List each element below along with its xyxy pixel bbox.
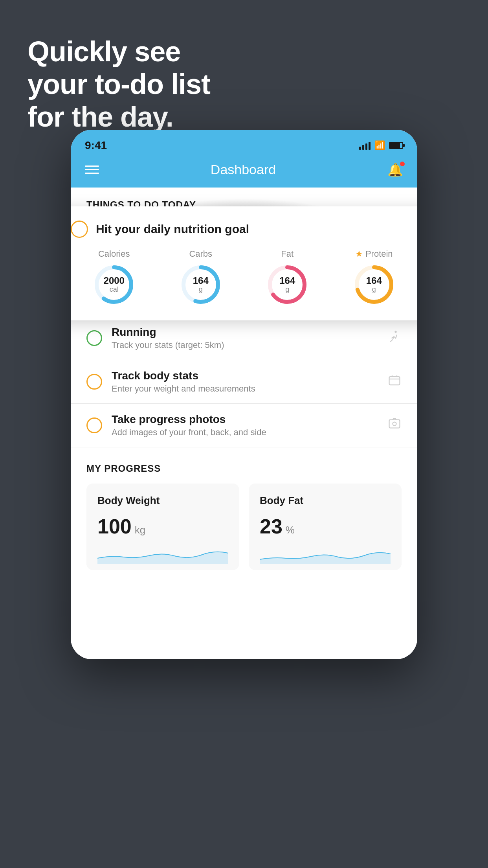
photos-title: Take progress photos — [112, 413, 378, 426]
todo-list: Running Track your stats (target: 5km) T… — [71, 316, 417, 447]
running-title: Running — [112, 326, 378, 338]
todo-running[interactable]: Running Track your stats (target: 5km) — [71, 316, 417, 360]
body-fat-unit: % — [286, 524, 295, 536]
phone-mockup: 9:41 📶 Dashboard 🔔 THINGS TO DO TOD — [71, 130, 417, 659]
body-weight-value-row: 100 kg — [97, 515, 228, 538]
running-subtitle: Track your stats (target: 5km) — [112, 340, 378, 350]
app-header: Dashboard 🔔 — [71, 154, 417, 188]
body-weight-unit: kg — [135, 524, 145, 536]
photos-subtitle: Add images of your front, back, and side — [112, 427, 378, 438]
fat-ring: 164 g — [266, 263, 309, 306]
notification-dot — [400, 162, 405, 166]
content-area: THINGS TO DO TODAY Hit your daily nutrit… — [71, 188, 417, 659]
progress-cards: Body Weight 100 kg Body Fat — [86, 484, 402, 570]
body-fat-title: Body Fat — [260, 495, 391, 507]
body-stats-circle — [86, 374, 102, 390]
battery-icon — [389, 142, 403, 149]
wifi-icon: 📶 — [374, 140, 385, 151]
todo-progress-photos[interactable]: Take progress photos Add images of your … — [71, 404, 417, 447]
nutrition-calories: Calories 2000 cal — [92, 249, 136, 306]
body-fat-value: 23 — [260, 515, 283, 538]
body-fat-value-row: 23 % — [260, 515, 391, 538]
running-circle — [86, 330, 102, 346]
status-bar: 9:41 📶 — [71, 130, 417, 154]
nutrition-card-title: Hit your daily nutrition goal — [96, 223, 249, 236]
carbs-ring: 164 g — [179, 263, 222, 306]
running-text: Running Track your stats (target: 5km) — [112, 326, 378, 350]
scale-icon — [387, 373, 402, 390]
status-icons: 📶 — [359, 140, 403, 151]
calories-ring: 2000 cal — [92, 263, 136, 306]
nutrition-fat: Fat 164 g — [266, 249, 309, 306]
body-fat-card[interactable]: Body Fat 23 % — [249, 484, 402, 570]
status-time: 9:41 — [85, 139, 107, 152]
svg-rect-8 — [389, 377, 400, 385]
hero-text: Quickly see your to-do list for the day. — [28, 35, 210, 133]
progress-title: MY PROGRESS — [86, 463, 402, 474]
body-stats-title: Track body stats — [112, 370, 378, 382]
body-weight-title: Body Weight — [97, 495, 228, 507]
protein-ring: 164 g — [352, 263, 396, 306]
running-icon — [387, 329, 402, 347]
todo-body-stats[interactable]: Track body stats Enter your weight and m… — [71, 360, 417, 404]
header-title: Dashboard — [211, 162, 276, 177]
nutrition-card: Hit your daily nutrition goal Calories 2 — [71, 206, 417, 320]
body-fat-wave — [260, 544, 391, 564]
nutrition-protein: ★ Protein 164 g — [352, 249, 396, 306]
nutrition-row: Calories 2000 cal — [71, 249, 417, 306]
body-weight-value: 100 — [97, 515, 132, 538]
body-weight-card[interactable]: Body Weight 100 kg — [86, 484, 239, 570]
signal-icon — [359, 141, 371, 150]
star-icon: ★ — [355, 249, 363, 259]
svg-rect-9 — [389, 420, 400, 428]
body-stats-subtitle: Enter your weight and measurements — [112, 384, 378, 394]
notification-bell[interactable]: 🔔 — [387, 162, 403, 177]
nutrition-carbs: Carbs 164 g — [179, 249, 222, 306]
progress-section: MY PROGRESS Body Weight 100 kg — [71, 447, 417, 570]
photo-icon — [387, 417, 402, 434]
photos-text: Take progress photos Add images of your … — [112, 413, 378, 438]
nutrition-circle-check — [71, 221, 88, 238]
svg-point-10 — [393, 422, 396, 426]
hamburger-menu[interactable] — [85, 166, 99, 174]
body-weight-wave — [97, 544, 228, 564]
body-stats-text: Track body stats Enter your weight and m… — [112, 370, 378, 394]
photos-circle — [86, 417, 102, 433]
